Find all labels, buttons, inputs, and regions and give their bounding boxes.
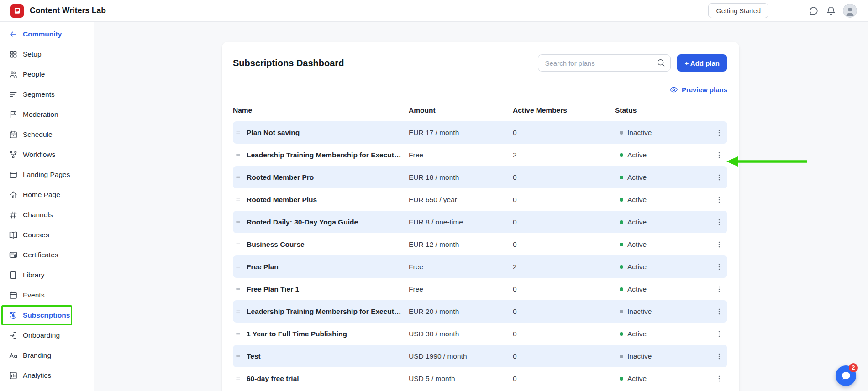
table-row: Business CourseEUR 12 / month0Active [233,233,727,255]
sidebar-item-label: Moderation [23,110,58,119]
sidebar-item-label: Landing Pages [23,171,70,179]
row-menu-button[interactable] [713,306,725,318]
status-dot [620,243,623,246]
sidebar-item-courses[interactable]: Courses [0,225,94,245]
search-input-wrapper [538,54,671,72]
sidebar-item-home-page[interactable]: Home Page [0,185,94,205]
plan-status: Active [615,196,711,204]
row-menu-button[interactable] [713,149,725,161]
onboarding-icon [9,331,18,340]
plan-status: Inactive [615,308,711,316]
plan-active-members: 0 [513,285,615,293]
drag-handle-icon[interactable] [233,308,247,315]
sidebar-item-certificates[interactable]: Certificates [0,245,94,265]
sidebar-item-moderation[interactable]: Moderation [0,104,94,125]
row-menu-button[interactable] [713,261,725,273]
drag-handle-icon[interactable] [233,196,247,203]
user-avatar[interactable] [843,4,857,18]
drag-handle-icon[interactable] [233,219,247,225]
getting-started-button[interactable]: Getting Started [708,3,768,18]
status-label: Active [627,330,647,338]
plans-table: NameAmountActive MembersStatus Plan Not … [222,106,739,390]
status-dot [620,198,623,202]
sidebar-item-channels[interactable]: Channels [0,205,94,225]
plan-active-members: 0 [513,240,615,249]
subscriptions-icon [9,311,18,320]
community-logo[interactable] [10,4,24,18]
sidebar-item-segments[interactable]: Segments [0,84,94,104]
status-dot [620,220,623,224]
status-dot [620,287,623,291]
row-menu-button[interactable] [713,350,725,362]
sidebar-item-schedule[interactable]: Schedule [0,125,94,145]
add-plan-button[interactable]: + Add plan [677,54,727,72]
row-menu-button[interactable] [713,373,725,385]
plan-active-members: 0 [513,196,615,204]
plan-amount: EUR 8 / one-time [409,218,513,226]
row-menu-button[interactable] [713,216,725,228]
workflows-icon [9,150,18,159]
plan-active-members: 2 [513,263,615,271]
plan-active-members: 2 [513,151,615,159]
messages-icon[interactable] [809,6,819,16]
drag-handle-icon[interactable] [233,353,247,360]
sidebar-item-people[interactable]: People [0,64,94,84]
drag-handle-icon[interactable] [233,174,247,181]
chat-launcher-button[interactable]: 2 [836,365,856,386]
table-header: NameAmountActive MembersStatus [233,106,727,121]
sidebar-item-setup[interactable]: Setup [0,44,94,64]
sidebar: CommunitySetupPeopleSegmentsModerationSc… [0,22,94,391]
plan-name: Rooted Member Pro [247,173,409,182]
plan-status: Active [615,173,711,182]
sidebar-item-branding[interactable]: Branding [0,345,94,365]
plan-amount: USD 30 / month [409,330,513,338]
row-menu-button[interactable] [713,194,725,206]
row-menu-button[interactable] [713,328,725,340]
sidebar-item-workflows[interactable]: Workflows [0,145,94,165]
drag-handle-icon[interactable] [233,241,247,248]
drag-handle-icon[interactable] [233,330,247,337]
subscriptions-dashboard-card: Subscriptions Dashboard + Add plan Previ… [222,42,739,391]
plan-active-members: 0 [513,308,615,316]
plan-status: Active [615,151,711,159]
sidebar-item-library[interactable]: Library [0,265,94,285]
people-icon [9,70,18,79]
drag-handle-icon[interactable] [233,286,247,292]
sidebar-item-subscriptions[interactable]: Subscriptions [0,305,94,325]
drag-handle-icon[interactable] [233,129,247,136]
row-menu-button[interactable] [713,172,725,183]
drag-handle-icon[interactable] [233,151,247,158]
plan-name: Test [247,352,409,360]
sidebar-item-community[interactable]: Community [0,24,94,44]
plan-active-members: 0 [513,352,615,360]
sidebar-item-label: Library [23,271,44,279]
drag-handle-icon[interactable] [233,375,247,382]
sidebar-item-label: Segments [23,90,55,99]
sidebar-item-analytics[interactable]: Analytics [0,365,94,386]
plan-name: Plan Not saving [247,129,409,137]
drag-handle-icon[interactable] [233,263,247,270]
status-dot [620,153,623,157]
row-menu-button[interactable] [713,283,725,295]
plan-amount: USD 1990 / month [409,352,513,360]
notifications-bell-icon[interactable] [826,6,836,16]
preview-plans-row: Preview plans [222,72,739,94]
plan-status: Active [615,218,711,226]
segments-icon [9,90,18,99]
search-input[interactable] [538,54,671,72]
table-row: Free Plan Tier 1Free0Active [233,278,727,300]
preview-plans-link[interactable]: Preview plans [669,85,727,94]
status-label: Active [627,151,647,159]
row-menu-button[interactable] [713,239,725,250]
sidebar-item-onboarding[interactable]: Onboarding [0,325,94,345]
plan-amount: Free [409,263,513,271]
row-menu-button[interactable] [713,127,725,139]
sidebar-item-landing-pages[interactable]: Landing Pages [0,165,94,185]
plan-active-members: 0 [513,330,615,338]
sidebar-item-events[interactable]: Events [0,285,94,305]
card-header: Subscriptions Dashboard + Add plan [222,42,739,72]
certificates-icon [9,250,18,260]
row-menu-cell [711,149,727,161]
table-row: Rooted Member PlusEUR 650 / year0Active [233,188,727,211]
sidebar-item-label: Events [23,291,44,299]
